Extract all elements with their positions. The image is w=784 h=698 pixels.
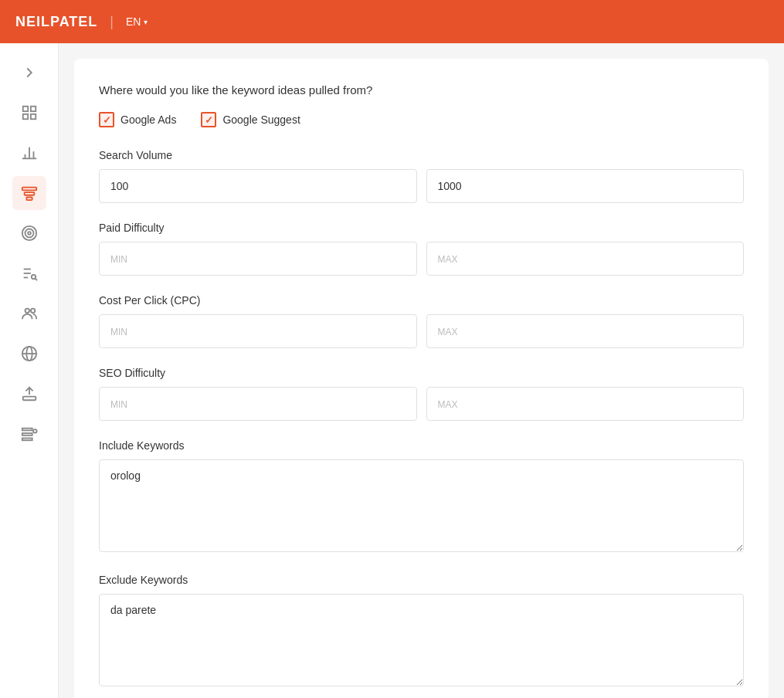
paid-difficulty-label: Paid Difficulty	[99, 222, 744, 234]
google-ads-checkmark: ✓	[103, 114, 111, 126]
sidebar-item-users[interactable]	[12, 296, 46, 330]
seo-difficulty-min-input[interactable]	[99, 387, 417, 421]
header: NEILPATEL | EN ▾	[0, 0, 784, 43]
main-layout: Where would you like the keyword ideas p…	[0, 43, 784, 698]
include-keywords-section: Include Keywords orolog	[99, 439, 744, 555]
source-question: Where would you like the keyword ideas p…	[99, 83, 744, 97]
logo: NEILPATEL	[15, 14, 97, 30]
exclude-keywords-label: Exclude Keywords	[99, 574, 744, 586]
svg-point-17	[31, 275, 36, 280]
svg-point-28	[33, 429, 37, 433]
svg-rect-1	[30, 107, 35, 111]
svg-rect-26	[22, 433, 32, 435]
svg-rect-9	[24, 192, 34, 195]
search-volume-min-input[interactable]	[99, 169, 417, 203]
exclude-keywords-textarea[interactable]: da parete	[99, 594, 744, 686]
search-volume-inputs	[99, 169, 744, 203]
google-suggest-checkbox[interactable]: ✓ Google Suggest	[201, 112, 300, 127]
svg-rect-27	[22, 439, 32, 441]
sidebar-item-upload[interactable]	[12, 377, 46, 411]
seo-difficulty-label: SEO Difficulty	[99, 367, 744, 379]
sidebar	[0, 43, 59, 698]
search-volume-max-input[interactable]	[426, 169, 745, 203]
google-ads-label: Google Ads	[120, 114, 176, 126]
svg-rect-3	[30, 114, 35, 119]
svg-point-13	[28, 232, 31, 235]
paid-difficulty-section: Paid Difficulty	[99, 222, 744, 276]
svg-point-19	[25, 309, 29, 313]
include-keywords-label: Include Keywords	[99, 439, 744, 452]
search-volume-section: Search Volume	[99, 149, 744, 203]
sidebar-item-dashboard[interactable]	[12, 96, 46, 130]
google-suggest-label: Google Suggest	[222, 114, 300, 126]
svg-rect-25	[22, 429, 32, 431]
cpc-section: Cost Per Click (CPC)	[99, 294, 744, 348]
svg-rect-0	[22, 107, 27, 111]
language-chevron-icon: ▾	[144, 18, 148, 26]
header-divider: |	[110, 14, 114, 30]
paid-difficulty-min-input[interactable]	[99, 242, 417, 276]
content-card: Where would you like the keyword ideas p…	[74, 59, 769, 698]
content-area: Where would you like the keyword ideas p…	[59, 43, 784, 698]
seo-difficulty-section: SEO Difficulty	[99, 367, 744, 421]
sidebar-item-chart[interactable]	[12, 136, 46, 170]
svg-rect-24	[22, 397, 36, 401]
sidebar-item-search-list[interactable]	[12, 417, 46, 451]
exclude-keywords-section: Exclude Keywords da parete	[99, 574, 744, 690]
google-suggest-checkbox-box: ✓	[201, 112, 216, 127]
svg-rect-10	[26, 198, 32, 201]
language-selector[interactable]: EN ▾	[126, 15, 148, 28]
search-volume-label: Search Volume	[99, 149, 744, 161]
svg-line-18	[35, 279, 36, 280]
language-label: EN	[126, 15, 141, 28]
source-checkboxes: ✓ Google Ads ✓ Google Suggest	[99, 112, 744, 127]
seo-difficulty-inputs	[99, 387, 744, 421]
sidebar-item-target[interactable]	[12, 216, 46, 250]
sidebar-item-expand[interactable]	[12, 56, 46, 90]
svg-point-12	[25, 229, 33, 238]
svg-point-20	[30, 309, 35, 313]
svg-rect-8	[22, 188, 36, 191]
google-ads-checkbox[interactable]: ✓ Google Ads	[99, 112, 176, 127]
paid-difficulty-max-input[interactable]	[426, 242, 745, 276]
google-suggest-checkmark: ✓	[205, 114, 213, 126]
sidebar-item-filter[interactable]	[12, 176, 46, 210]
paid-difficulty-inputs	[99, 242, 744, 276]
cpc-inputs	[99, 314, 744, 348]
google-ads-checkbox-box: ✓	[99, 112, 114, 127]
svg-rect-2	[22, 114, 27, 119]
sidebar-item-list-search[interactable]	[12, 256, 46, 290]
cpc-min-input[interactable]	[99, 314, 417, 348]
include-keywords-textarea[interactable]: orolog	[99, 459, 744, 552]
cpc-label: Cost Per Click (CPC)	[99, 294, 744, 307]
cpc-max-input[interactable]	[426, 314, 745, 348]
sidebar-item-globe[interactable]	[12, 337, 46, 371]
seo-difficulty-max-input[interactable]	[426, 387, 745, 421]
